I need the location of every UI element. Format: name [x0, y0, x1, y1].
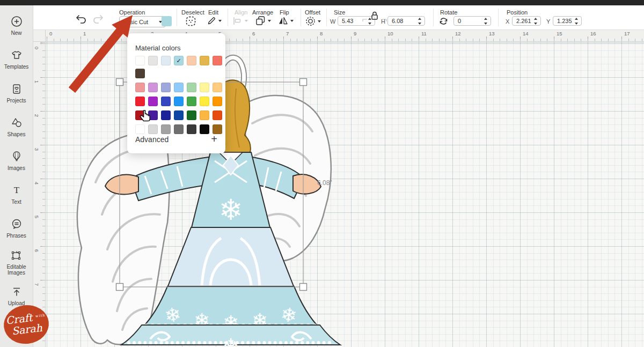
- flip-button[interactable]: [278, 16, 294, 25]
- ruler-number: 3: [34, 148, 40, 151]
- sidebar-item-text[interactable]: T Text: [0, 178, 33, 211]
- ruler-number: 4: [34, 182, 40, 184]
- sidebar-item-phrases[interactable]: Phrases: [0, 211, 33, 245]
- material-colors-row-2: [135, 69, 145, 78]
- material-color-swatch[interactable]: [135, 56, 145, 65]
- arrange-button[interactable]: [255, 16, 271, 26]
- palette-color-swatch[interactable]: [174, 97, 184, 106]
- deselect-label: Deselect: [181, 9, 204, 16]
- edit-button[interactable]: [207, 16, 222, 26]
- ruler-number: 15: [557, 31, 562, 36]
- ruler-number: 16: [590, 31, 596, 36]
- material-color-swatch[interactable]: [161, 56, 171, 65]
- palette-color-swatch[interactable]: [148, 97, 158, 106]
- snowflake-icon: ❄: [218, 194, 243, 226]
- ruler-number: 1: [34, 80, 40, 83]
- material-color-swatch[interactable]: [148, 56, 158, 65]
- x-axis-label: X: [506, 18, 509, 25]
- deselect-button[interactable]: [186, 16, 196, 26]
- design-canvas[interactable]: 01234567891011121314151617 012345678: [33, 29, 644, 347]
- redo-button[interactable]: [92, 14, 105, 25]
- operation-value: Basic Cut: [123, 19, 148, 25]
- advanced-label: Advanced: [135, 135, 169, 144]
- palette-color-swatch[interactable]: [200, 97, 209, 106]
- material-color-swatch[interactable]: [187, 56, 196, 65]
- palette-color-swatch[interactable]: [135, 83, 145, 92]
- undo-icon: [74, 14, 87, 25]
- palette-color-swatch[interactable]: [187, 110, 196, 120]
- palette-color-swatch[interactable]: [187, 97, 196, 106]
- balloon-icon: [10, 150, 23, 163]
- position-y-stepper[interactable]: [575, 18, 580, 25]
- palette-color-swatch[interactable]: [200, 83, 209, 92]
- palette-color-swatch[interactable]: [213, 83, 222, 92]
- palette-color-swatch[interactable]: [161, 83, 171, 92]
- deselect-icon: [186, 16, 196, 26]
- ruler-number: 17: [624, 31, 630, 36]
- ruler-corner: [33, 29, 46, 42]
- chevron-down-icon: [318, 20, 321, 23]
- snowflake-icon: ❄: [279, 303, 298, 327]
- window-top-bar: [0, 0, 644, 5]
- speech-bubble-icon: [10, 218, 23, 231]
- sidebar-item-new[interactable]: New: [0, 9, 33, 42]
- ruler-number: 8: [320, 31, 323, 36]
- material-color-swatch[interactable]: [213, 56, 222, 65]
- layer-color-swatch[interactable]: [162, 16, 172, 26]
- operation-select[interactable]: Basic Cut: [119, 16, 166, 27]
- sidebar-item-label: Projects: [6, 98, 26, 104]
- position-x-stepper[interactable]: [534, 18, 539, 25]
- popup-title: Material colors: [135, 44, 181, 52]
- align-button-disabled: [233, 17, 248, 25]
- material-color-swatch-selected[interactable]: ✓: [174, 56, 184, 65]
- height-stepper[interactable]: [418, 18, 423, 25]
- palette-color-swatch[interactable]: [213, 97, 222, 106]
- sidebar-item-editable-images[interactable]: Editable Images: [0, 245, 33, 279]
- sidebar-item-shapes[interactable]: Shapes: [0, 110, 33, 144]
- height-axis-label: H: [381, 18, 385, 25]
- sidebar-item-templates[interactable]: Templates: [0, 42, 33, 76]
- material-colors-popup: Material colors ✓ Advanced +: [127, 33, 225, 153]
- palette-color-swatch[interactable]: [161, 110, 171, 120]
- undo-button[interactable]: [74, 14, 87, 25]
- palette-color-swatch[interactable]: [161, 97, 171, 106]
- selection-handle-top-left[interactable]: [116, 79, 123, 86]
- palette-color-swatch[interactable]: [213, 110, 222, 120]
- palette-color-swatch[interactable]: [200, 110, 209, 120]
- sidebar: New Templates Projects Shapes Images T T…: [0, 5, 33, 347]
- material-color-swatch[interactable]: [135, 69, 145, 78]
- palette-color-swatch[interactable]: [174, 110, 184, 120]
- advanced-colors-button[interactable]: Advanced +: [135, 133, 217, 145]
- palette-row-2: [135, 97, 222, 106]
- edit-label: Edit: [208, 9, 218, 16]
- edit-toolbar: Operation Basic Cut Deselect Edit Align …: [33, 5, 644, 30]
- shapes-icon: [10, 116, 23, 129]
- align-icon: [233, 17, 243, 25]
- rotate-stepper[interactable]: [484, 18, 489, 25]
- selection-handle-bottom-right[interactable]: [300, 284, 307, 291]
- upload-icon: [10, 285, 23, 298]
- palette-color-swatch[interactable]: [135, 97, 145, 106]
- sidebar-item-projects[interactable]: Projects: [0, 76, 33, 110]
- selection-handle-top-right[interactable]: [300, 79, 307, 86]
- palette-color-swatch[interactable]: [174, 83, 184, 92]
- chevron-down-icon: [245, 20, 248, 22]
- sidebar-item-images[interactable]: Images: [0, 144, 33, 178]
- chevron-down-icon: [218, 20, 222, 22]
- ruler-number: 1: [83, 31, 86, 36]
- redo-icon: [92, 14, 105, 25]
- material-color-swatch[interactable]: [200, 56, 209, 65]
- selection-handle-bottom-left[interactable]: [116, 284, 123, 291]
- palette-color-swatch[interactable]: [187, 83, 196, 92]
- ruler-number: 7: [34, 283, 40, 286]
- height-dimension-label: 6.08": [317, 179, 332, 187]
- editable-selection-icon: [10, 249, 23, 262]
- angel-skirt-bottom: ❄: [121, 325, 340, 347]
- ruler-number: 5: [34, 216, 40, 218]
- logo-text: Craft with Sarah: [3, 309, 50, 337]
- rotate-button[interactable]: [438, 16, 449, 26]
- offset-button[interactable]: [305, 16, 321, 26]
- palette-color-swatch[interactable]: [148, 83, 158, 92]
- chevron-down-icon: [290, 20, 294, 22]
- project-card-icon: [10, 83, 23, 95]
